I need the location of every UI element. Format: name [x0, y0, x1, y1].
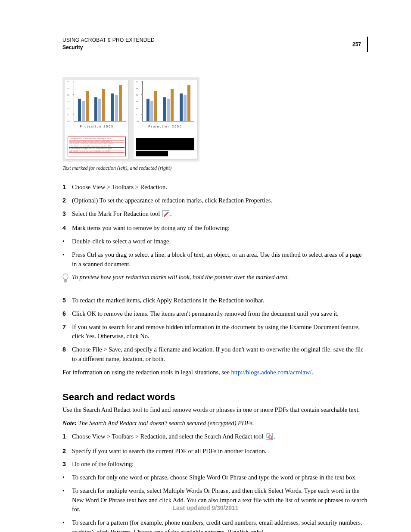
- bullet-item: •To search for only one word or phrase, …: [62, 473, 368, 482]
- bullet-item: •Double-click to select a word or image.: [62, 237, 368, 246]
- step-item: 1Choose View > Toolbars > Redaction, and…: [62, 432, 368, 443]
- bullet-item: •Press Ctrl as you drag to select a line…: [62, 250, 368, 269]
- svg-rect-4: [65, 282, 66, 283]
- chart-title-left: Projection 2005: [68, 121, 126, 130]
- redaction-figure: 50 40 30 20 10 0 -10 Projection 2005 Lor: [62, 77, 199, 162]
- page-header: USING ACROBAT 9 PRO EXTENDED Security 25…: [62, 37, 368, 52]
- step-item: 2Specify if you want to search the curre…: [62, 447, 368, 456]
- mark-for-redaction-icon: [162, 210, 169, 220]
- page-number-divider: [367, 37, 368, 52]
- step-item: 6Click OK to remove the items. The items…: [62, 309, 368, 319]
- doc-section: Security: [62, 44, 155, 51]
- step-item: 4Mark items you want to remove by doing …: [62, 224, 368, 233]
- lightbulb-icon: [62, 273, 72, 286]
- page-number: 257: [352, 41, 361, 47]
- chart-title-right: Projection 2005: [136, 121, 194, 130]
- footer-updated: Last updated 9/30/2011: [0, 504, 411, 511]
- paragraph: Use the Search And Redact tool to find a…: [62, 405, 368, 415]
- redaction-marked-text: Lorem ipsum dolor sit amet consectetur a…: [68, 137, 126, 156]
- bar-chart-right: 50 40 30 20 10 0 -10: [142, 81, 194, 121]
- note: Note: The Search And Redact tool doesn't…: [62, 419, 368, 428]
- step-item: 5To redact the marked items, click Apply…: [62, 296, 368, 305]
- tip-row: To preview how your redaction marks will…: [62, 273, 368, 286]
- bullet-item: •To search for a pattern (for example, p…: [62, 518, 368, 532]
- doc-title: USING ACROBAT 9 PRO EXTENDED: [62, 37, 155, 44]
- acrolaw-link[interactable]: http://blogs.adobe.com/acrolaw/: [231, 369, 311, 376]
- section-heading: Search and redact words: [62, 392, 368, 403]
- figure-caption: Text marked for redaction (left), and re…: [62, 165, 368, 171]
- svg-rect-3: [65, 280, 67, 281]
- svg-point-1: [63, 274, 68, 280]
- redaction-applied-block: [136, 138, 194, 156]
- bar-chart-left: 50 40 30 20 10 0 -10: [74, 81, 126, 121]
- search-and-redact-icon: [266, 433, 273, 443]
- step-item: 3Select the Mark For Redaction tool .: [62, 209, 368, 220]
- figure-panel-redacted: 50 40 30 20 10 0 -10 Projection 2005: [134, 80, 197, 159]
- step-item: 2(Optional) To set the appearance of red…: [62, 196, 368, 205]
- step-item: 8Choose File > Save, and specify a filen…: [62, 345, 368, 364]
- step-item: 3Do one of the following:: [62, 460, 368, 469]
- figure-panel-marked: 50 40 30 20 10 0 -10 Projection 2005 Lor: [65, 80, 128, 159]
- step-item: 1Choose View > Toolbars > Redaction.: [62, 183, 368, 192]
- step-item: 7If you want to search for and remove hi…: [62, 323, 368, 342]
- paragraph: For information on using the redaction t…: [62, 368, 368, 377]
